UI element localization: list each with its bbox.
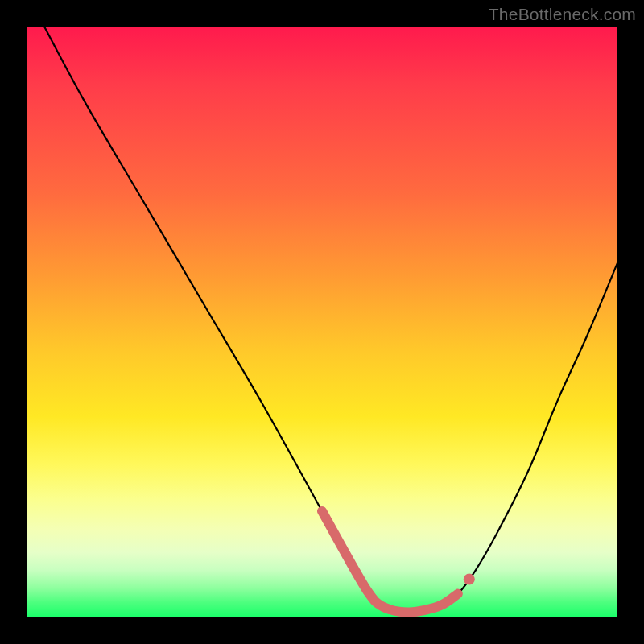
highlight-dot-icon (464, 574, 475, 585)
curve-minimum-highlight (322, 511, 458, 613)
watermark-text: TheBottleneck.com (489, 5, 636, 24)
plot-area (27, 27, 617, 617)
bottleneck-curve (27, 27, 617, 617)
chart-frame: TheBottleneck.com (0, 0, 644, 644)
